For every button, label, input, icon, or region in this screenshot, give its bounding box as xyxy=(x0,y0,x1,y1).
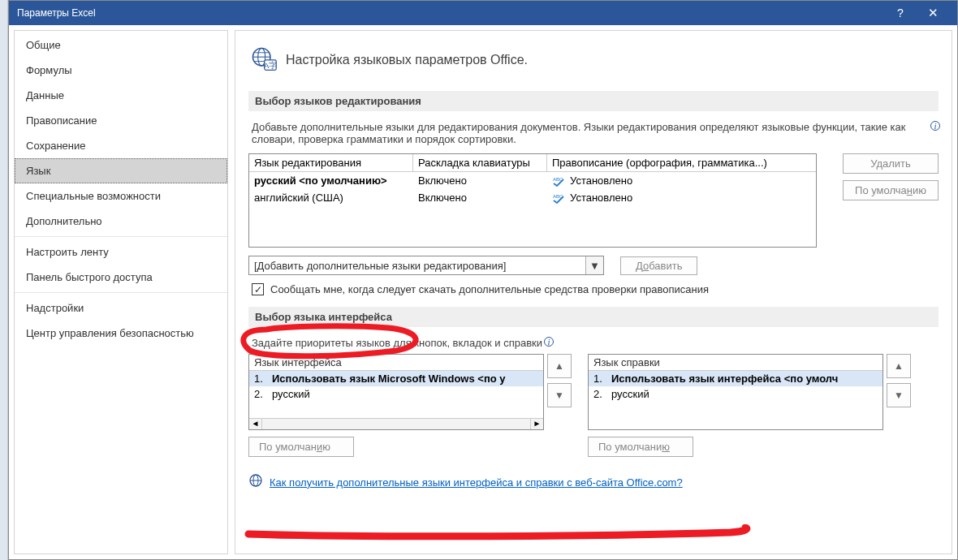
dialog-content: Общие Формулы Данные Правописание Сохран… xyxy=(9,25,957,559)
move-up-button[interactable]: ▲ xyxy=(887,354,911,378)
display-default-button[interactable]: По умолчанию xyxy=(248,437,354,457)
help-button[interactable]: ? xyxy=(884,6,917,19)
cell-language: русский <по умолчанию> xyxy=(249,172,413,189)
window-title: Параметры Excel xyxy=(17,7,884,19)
add-button[interactable]: Добавить xyxy=(620,256,697,275)
help-default-button[interactable]: По умолчанию xyxy=(588,437,693,457)
list-title: Язык интерфейса xyxy=(249,355,543,371)
btn-label-part: По умолчани xyxy=(598,441,662,453)
editing-desc-text: Добавьте дополнительные языки для редакт… xyxy=(252,121,906,145)
scroll-left-icon[interactable]: ◄ xyxy=(249,419,262,429)
language-icon: A字 xyxy=(248,44,278,76)
btn-label-part: По умолча xyxy=(855,184,907,196)
notify-proofing-checkbox[interactable]: ✓ Сообщать мне, когда следует скачать до… xyxy=(248,283,939,295)
cell-keyboard: Включено xyxy=(413,189,547,206)
table-body: русский <по умолчанию> Включено ABC Уста… xyxy=(249,172,816,247)
proofing-status: Установлено xyxy=(570,174,632,187)
sidebar-item-data[interactable]: Данные xyxy=(15,83,227,108)
list-item-number: 2. xyxy=(254,388,272,400)
spellcheck-icon: ABC xyxy=(552,175,565,187)
list-item[interactable]: 1.Использовать язык интерфейса <по умолч xyxy=(589,371,882,386)
btn-label-accel: н xyxy=(907,184,913,196)
list-item-text: русский xyxy=(272,388,538,400)
btn-label-part: бавить xyxy=(649,260,682,272)
background-strip xyxy=(0,0,8,560)
sidebar-item-trust-center[interactable]: Центр управления безопасностью xyxy=(15,321,227,346)
list-item-number: 2. xyxy=(593,388,611,400)
ui-language-header: Выбор языка интерфейса xyxy=(248,307,939,327)
sidebar-item-formulas[interactable]: Формулы xyxy=(15,58,227,83)
btn-label-part: По умолчан xyxy=(259,441,317,453)
list-item-number: 1. xyxy=(593,373,611,385)
move-up-button[interactable]: ▲ xyxy=(547,354,572,378)
btn-label-part: Д xyxy=(636,260,643,272)
checkbox-icon[interactable]: ✓ xyxy=(252,283,264,295)
list-item[interactable]: 2.русский xyxy=(249,386,543,402)
horizontal-scrollbar[interactable]: ◄► xyxy=(249,418,543,429)
display-language-list[interactable]: Язык интерфейса 1.Использовать язык Micr… xyxy=(248,354,544,430)
svg-text:A字: A字 xyxy=(264,61,278,70)
ui-language-description: Задайте приоритеты языков для кнопок, вк… xyxy=(248,337,939,349)
cell-proofing: ABC Установлено xyxy=(547,172,816,189)
delete-button-label: Удалить xyxy=(870,157,911,170)
combo-text: [Добавить дополнительные языки редактиро… xyxy=(249,260,585,272)
spellcheck-icon: ABC xyxy=(552,192,565,204)
sidebar-divider xyxy=(15,292,227,293)
page-title: Настройка языковых параметров Office. xyxy=(286,53,528,67)
editing-languages-table[interactable]: Язык редактирования Раскладка клавиатуры… xyxy=(248,153,817,248)
ui-desc-text: Задайте приоритеты языков для кнопок, вк… xyxy=(252,337,542,349)
col-header-language: Язык редактирования xyxy=(249,154,413,171)
cell-language: английский (США) xyxy=(249,189,413,206)
table-row[interactable]: русский <по умолчанию> Включено ABC Уста… xyxy=(249,172,816,189)
main-panel: A字 Настройка языковых параметров Office.… xyxy=(235,30,952,554)
list-item-text: Использовать язык интерфейса <по умолч xyxy=(611,373,878,385)
editing-languages-description: Добавьте дополнительные языки для редакт… xyxy=(248,121,939,145)
add-language-combo[interactable]: [Добавить дополнительные языки редактиро… xyxy=(248,256,604,275)
list-item[interactable]: 2.русский xyxy=(589,386,882,402)
chevron-down-icon[interactable]: ▼ xyxy=(585,256,603,274)
info-icon[interactable]: i xyxy=(930,121,940,131)
list-title: Язык справки xyxy=(589,355,882,371)
list-item-text: Использовать язык Microsoft Windows <по … xyxy=(272,373,538,385)
delete-button[interactable]: Удалить xyxy=(843,153,939,174)
table-header: Язык редактирования Раскладка клавиатуры… xyxy=(249,154,816,172)
sidebar-item-proofing[interactable]: Правописание xyxy=(15,108,227,133)
col-header-proofing: Правописание (орфография, грамматика...) xyxy=(547,154,816,171)
help-language-list[interactable]: Язык справки 1.Использовать язык интерфе… xyxy=(588,354,883,430)
category-sidebar: Общие Формулы Данные Правописание Сохран… xyxy=(14,30,228,554)
btn-label-part: ию xyxy=(913,184,926,196)
cell-keyboard: Включено xyxy=(413,172,547,189)
sidebar-item-language[interactable]: Язык xyxy=(15,158,227,183)
proofing-status: Установлено xyxy=(570,192,632,204)
sidebar-item-accessibility[interactable]: Специальные возможности xyxy=(15,183,227,209)
checkbox-label: Сообщать мне, когда следует скачать допо… xyxy=(270,283,709,295)
cell-proofing: ABC Установлено xyxy=(547,189,816,206)
move-down-button[interactable]: ▼ xyxy=(887,383,911,407)
info-icon[interactable]: i xyxy=(544,337,554,347)
options-dialog: Параметры Excel ? ✕ Общие Формулы Данные… xyxy=(8,0,958,560)
close-button[interactable]: ✕ xyxy=(917,6,949,20)
scroll-right-icon[interactable]: ► xyxy=(530,419,543,429)
sidebar-item-save[interactable]: Сохранение xyxy=(15,133,227,158)
set-default-button[interactable]: По умолчанию xyxy=(843,180,939,200)
btn-label-part: ю xyxy=(322,441,330,453)
table-row[interactable]: английский (США) Включено ABC Установлен… xyxy=(249,189,816,206)
titlebar: Параметры Excel ? ✕ xyxy=(9,1,957,25)
sidebar-item-general[interactable]: Общие xyxy=(15,32,227,58)
list-item-text: русский xyxy=(611,388,878,400)
sidebar-item-customize-ribbon[interactable]: Настроить ленту xyxy=(15,239,227,265)
more-languages-link[interactable]: Как получить дополнительные языки интерф… xyxy=(270,476,683,489)
sidebar-item-addins[interactable]: Надстройки xyxy=(15,295,227,321)
editing-languages-header: Выбор языков редактирования xyxy=(248,91,939,111)
col-header-keyboard: Раскладка клавиатуры xyxy=(413,154,547,171)
sidebar-divider xyxy=(15,236,227,237)
list-item[interactable]: 1.Использовать язык Microsoft Windows <п… xyxy=(249,371,543,386)
sidebar-item-advanced[interactable]: Дополнительно xyxy=(15,209,227,234)
page-header: A字 Настройка языковых параметров Office. xyxy=(248,44,939,76)
btn-label-accel: ю xyxy=(662,441,670,453)
globe-icon xyxy=(248,473,263,491)
sidebar-item-quick-access[interactable]: Панель быстрого доступа xyxy=(15,265,227,290)
scroll-track[interactable] xyxy=(262,419,530,429)
list-item-number: 1. xyxy=(254,373,272,385)
move-down-button[interactable]: ▼ xyxy=(547,383,572,407)
